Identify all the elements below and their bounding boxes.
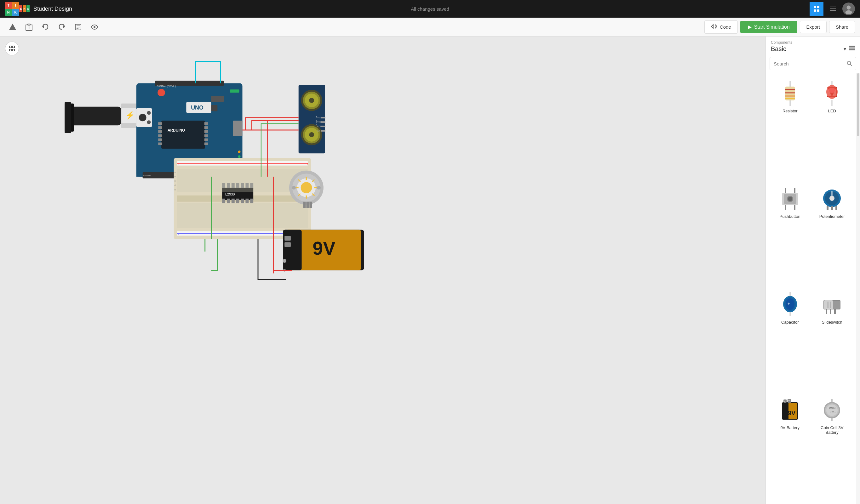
svg-rect-5 — [830, 9, 836, 9]
code-button[interactable]: Code — [704, 20, 738, 34]
simulate-button[interactable]: ▶ Start Simulation — [740, 21, 797, 33]
list-view-button[interactable] — [826, 2, 840, 16]
svg-text:d: d — [174, 184, 176, 187]
search-icon — [847, 61, 852, 66]
undo-button[interactable] — [38, 19, 53, 35]
panel-header-row: Basic ▾ — [771, 45, 855, 53]
svg-point-114 — [309, 132, 314, 137]
code-icon — [711, 23, 717, 31]
panel-dropdown-button[interactable]: ▾ — [844, 46, 846, 52]
battery-9v[interactable]: 9V — [283, 230, 364, 272]
svg-rect-39 — [158, 126, 162, 129]
svg-rect-149 — [849, 46, 855, 47]
notes-icon — [75, 24, 82, 31]
search-input[interactable] — [770, 58, 843, 70]
svg-rect-151 — [849, 49, 855, 50]
logo-i: I — [12, 2, 19, 9]
svg-rect-83 — [231, 199, 235, 203]
component-item-coin-cell[interactable]: COIN CELL Coin Cell 3V Battery — [812, 392, 853, 502]
svg-text:UNO: UNO — [191, 104, 203, 111]
svg-text:⚡: ⚡ — [125, 110, 135, 120]
usb-connector[interactable]: ⚡ — [64, 102, 140, 133]
svg-point-178 — [829, 196, 834, 201]
main-layout: ⚡ — [0, 36, 860, 504]
capacitor-icon: + — [777, 292, 803, 317]
svg-point-137 — [317, 186, 321, 190]
slideswitch-icon — [819, 292, 845, 317]
svg-rect-45 — [204, 126, 208, 129]
view-toggle-button[interactable] — [809, 2, 823, 16]
svg-rect-140 — [309, 202, 312, 208]
svg-text:Vcc: Vcc — [317, 117, 321, 119]
svg-point-167 — [828, 88, 836, 93]
panel-header-label: Components — [771, 40, 855, 45]
toolbar: Code ▶ Start Simulation Export Share — [0, 18, 860, 36]
svg-rect-82 — [227, 199, 230, 203]
circuit-view-icon — [813, 5, 820, 13]
component-item-led[interactable]: LED — [812, 76, 853, 180]
component-item-resistor[interactable]: Resistor — [770, 76, 811, 180]
svg-rect-174 — [785, 188, 786, 193]
panel-category-title: Basic — [771, 45, 841, 53]
svg-point-56 — [147, 120, 151, 124]
svg-marker-9 — [9, 24, 16, 30]
redo-button[interactable] — [54, 19, 69, 35]
logo-e: E — [19, 5, 23, 12]
avatar-icon — [844, 4, 854, 14]
tinkercad-logo[interactable]: T I N K E R C — [5, 2, 30, 16]
svg-point-171 — [788, 197, 792, 201]
svg-text:a: a — [174, 171, 176, 174]
panel-header: Components Basic ▾ — [766, 36, 860, 54]
component-item-slideswitch[interactable]: Slideswitch — [812, 287, 853, 391]
svg-text:b: b — [174, 175, 176, 178]
share-button[interactable]: Share — [829, 21, 855, 33]
play-icon: ▶ — [748, 24, 751, 30]
potentiometer-icon — [819, 187, 845, 211]
svg-rect-175 — [794, 188, 796, 193]
led-icon — [819, 81, 845, 106]
svg-rect-96 — [177, 203, 308, 228]
svg-rect-120 — [321, 117, 326, 118]
svg-rect-61 — [233, 121, 243, 136]
svg-rect-58 — [230, 89, 240, 92]
svg-text:ARDUINO: ARDUINO — [168, 128, 185, 133]
svg-rect-172 — [785, 205, 786, 210]
component-item-pushbutton[interactable]: Pushbutton — [770, 181, 811, 285]
svg-point-8 — [846, 10, 852, 14]
coin-cell-label: Coin Cell 3V Battery — [814, 425, 850, 435]
project-title: Student Design — [33, 6, 72, 12]
scroll-thumb — [857, 73, 859, 136]
svg-marker-22 — [711, 25, 713, 28]
top-navbar: T I N K E R C Student Design All changes… — [0, 0, 860, 18]
delete-button[interactable] — [22, 19, 37, 35]
add-shape-button[interactable] — [5, 19, 20, 35]
component-item-9v-battery[interactable]: 9V - + 9V Battery — [770, 392, 811, 502]
export-button[interactable]: Export — [800, 21, 827, 33]
visibility-button[interactable] — [87, 19, 102, 35]
logo-k: K — [12, 9, 19, 16]
circuit-canvas[interactable]: ⚡ — [0, 36, 765, 504]
panel-list-view-button[interactable] — [849, 46, 855, 52]
ultrasonic-sensor[interactable]: HC-SR04 Vcc TRIG ECHO GND — [299, 85, 326, 153]
component-item-potentiometer[interactable]: Potentiometer — [812, 181, 853, 285]
svg-point-60 — [238, 155, 241, 158]
svg-rect-123 — [321, 130, 326, 132]
svg-rect-85 — [241, 199, 244, 203]
svg-rect-6 — [830, 10, 836, 11]
component-item-capacitor[interactable]: + Capacitor — [770, 287, 811, 391]
breadboard[interactable]: a b c d e L2930 — [174, 158, 311, 239]
search-button[interactable] — [843, 57, 856, 70]
svg-rect-63 — [211, 105, 218, 112]
svg-text:L2930: L2930 — [225, 192, 235, 196]
user-avatar[interactable] — [842, 2, 855, 15]
components-grid: Resistor — [766, 73, 856, 504]
svg-text:+: + — [788, 399, 790, 402]
toolbar-right: Code ▶ Start Simulation Export Share — [704, 20, 855, 34]
notes-button[interactable] — [71, 19, 86, 35]
svg-rect-150 — [849, 47, 855, 48]
save-status: All changes saved — [411, 6, 449, 12]
svg-rect-143 — [283, 230, 301, 270]
canvas-area[interactable]: ⚡ — [0, 36, 765, 504]
panel-scrollbar[interactable] — [856, 73, 860, 504]
svg-text:c: c — [174, 180, 176, 182]
